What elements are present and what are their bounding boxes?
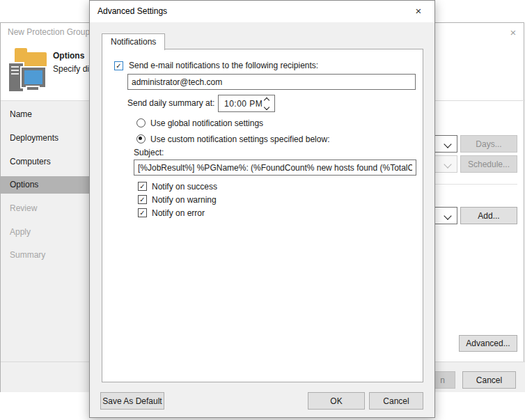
sidebar-item-name[interactable]: Name	[1, 106, 95, 123]
spinner-down-button[interactable]	[262, 104, 271, 111]
dialog-title: Advanced Settings	[97, 6, 167, 16]
notify-error-label[interactable]: Notify on error	[152, 208, 205, 218]
daily-summary-label: Send daily summary at:	[127, 98, 214, 108]
spinner-up-button[interactable]	[262, 97, 271, 104]
notifications-pane: ✓ Send e-mail notifications to the follo…	[102, 49, 423, 382]
time-spinner[interactable]: 10:00 PM	[218, 95, 275, 112]
custom-settings-radio[interactable]	[136, 134, 146, 143]
chevron-up-icon	[264, 98, 269, 103]
check-icon: ✓	[139, 182, 145, 190]
notify-error-checkbox[interactable]: ✓	[138, 208, 147, 217]
screen: New Protection Group × Options Specify d…	[0, 0, 525, 420]
schedule-button: Schedule...	[460, 155, 517, 173]
wizard-cancel-button[interactable]: Cancel	[462, 371, 516, 389]
global-settings-label[interactable]: Use global notification settings	[150, 118, 263, 128]
sidebar-item-summary: Summary	[1, 247, 95, 264]
send-email-label[interactable]: Send e-mail notifications to the followi…	[129, 61, 318, 70]
recipients-input[interactable]	[127, 74, 416, 90]
save-as-default-button[interactable]: Save As Default	[100, 392, 164, 410]
days-button: Days...	[460, 135, 517, 153]
step-title: Options	[53, 51, 84, 61]
check-icon: ✓	[116, 62, 121, 70]
global-settings-radio[interactable]	[136, 118, 146, 127]
subject-input[interactable]	[134, 160, 416, 176]
send-email-checkbox[interactable]: ✓	[114, 61, 123, 70]
sidebar-item-review: Review	[1, 200, 95, 217]
sidebar-item-apply: Apply	[1, 224, 95, 241]
subject-label: Subject:	[134, 148, 164, 157]
notify-warning-label[interactable]: Notify on warning	[152, 195, 217, 205]
close-icon: ×	[416, 5, 422, 17]
custom-settings-label[interactable]: Use custom notification settings specifi…	[150, 134, 329, 144]
wizard-steps-sidebar: Name Deployments Computers Options Revie…	[1, 101, 95, 361]
dialog-close-button[interactable]: ×	[408, 3, 429, 19]
advanced-settings-dialog: Advanced Settings × Notifications ✓ Send…	[89, 0, 435, 418]
sidebar-item-options[interactable]: Options	[1, 176, 95, 194]
chevron-down-icon	[264, 104, 269, 110]
computer-icon	[9, 63, 23, 91]
notify-success-label[interactable]: Notify on success	[152, 182, 217, 192]
check-icon: ✓	[139, 196, 145, 203]
wizard-window-title: New Protection Group	[8, 27, 90, 37]
advanced-button[interactable]: Advanced...	[459, 335, 517, 352]
close-icon: ×	[510, 26, 517, 38]
step-subtitle: Specify dis	[53, 64, 93, 74]
ok-button[interactable]: OK	[308, 392, 365, 410]
add-button[interactable]: Add...	[460, 207, 517, 224]
chevron-down-icon	[444, 160, 451, 168]
sidebar-item-computers[interactable]: Computers	[1, 153, 95, 171]
chevron-down-icon	[444, 140, 451, 148]
protection-group-icon	[9, 47, 49, 91]
wizard-close-button[interactable]: ×	[503, 25, 523, 40]
dialog-cancel-button[interactable]: Cancel	[369, 392, 423, 410]
tab-notifications[interactable]: Notifications	[102, 33, 165, 50]
notify-success-checkbox[interactable]: ✓	[138, 182, 147, 191]
monitor-icon	[22, 68, 45, 87]
sidebar-item-deployments[interactable]: Deployments	[1, 130, 95, 147]
check-icon: ✓	[139, 209, 145, 217]
time-value[interactable]: 10:00 PM	[224, 99, 262, 109]
chevron-down-icon	[444, 212, 451, 219]
notify-warning-checkbox[interactable]: ✓	[138, 195, 147, 204]
